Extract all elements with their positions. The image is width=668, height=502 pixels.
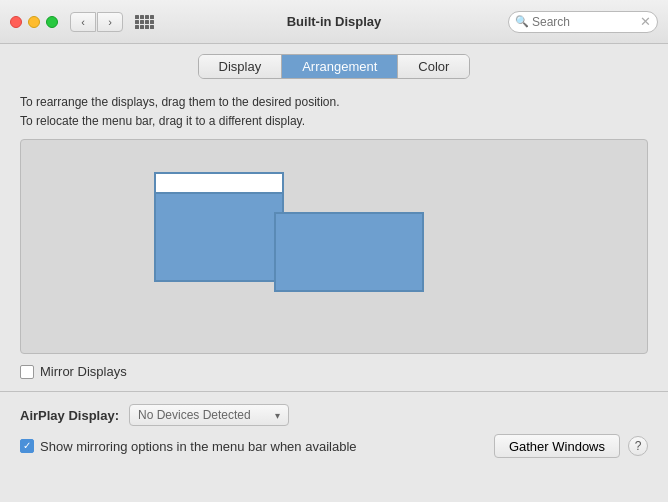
mirror-displays-checkbox[interactable] xyxy=(20,365,34,379)
grid-icon[interactable] xyxy=(135,15,154,29)
apps-icon xyxy=(135,15,154,29)
title-bar: ‹ › Built-in Display 🔍 ✕ xyxy=(0,0,668,44)
search-bar[interactable]: 🔍 ✕ xyxy=(508,11,658,33)
search-icon: 🔍 xyxy=(515,15,529,28)
instructions: To rearrange the displays, drag them to … xyxy=(0,87,668,139)
help-button[interactable]: ? xyxy=(628,436,648,456)
mirror-row: Mirror Displays xyxy=(0,354,668,385)
show-mirroring-row: ✓ Show mirroring options in the menu bar… xyxy=(20,434,648,458)
search-clear-icon[interactable]: ✕ xyxy=(640,14,651,29)
tab-color[interactable]: Color xyxy=(398,55,469,78)
search-input[interactable] xyxy=(532,15,632,29)
airplay-dropdown-value: No Devices Detected xyxy=(138,408,269,422)
gather-windows-button[interactable]: Gather Windows xyxy=(494,434,620,458)
forward-button[interactable]: › xyxy=(97,12,123,32)
nav-buttons: ‹ › xyxy=(70,12,123,32)
tabs-row: Display Arrangement Color xyxy=(0,44,668,87)
back-button[interactable]: ‹ xyxy=(70,12,96,32)
airplay-label: AirPlay Display: xyxy=(20,408,119,423)
minimize-button[interactable] xyxy=(28,16,40,28)
display-block-secondary[interactable] xyxy=(274,212,424,292)
dropdown-arrow-icon: ▾ xyxy=(275,410,280,421)
airplay-dropdown[interactable]: No Devices Detected ▾ xyxy=(129,404,289,426)
close-button[interactable] xyxy=(10,16,22,28)
arrangement-area xyxy=(20,139,648,354)
tab-group: Display Arrangement Color xyxy=(198,54,471,79)
show-mirroring-right: Gather Windows ? xyxy=(494,434,648,458)
traffic-lights xyxy=(10,16,58,28)
menu-bar-indicator xyxy=(154,172,284,192)
show-mirroring-label: Show mirroring options in the menu bar w… xyxy=(40,439,357,454)
divider xyxy=(0,391,668,392)
window-title: Built-in Display xyxy=(287,14,382,29)
show-mirroring-left: ✓ Show mirroring options in the menu bar… xyxy=(20,439,357,454)
mirror-displays-label: Mirror Displays xyxy=(40,364,127,379)
tab-arrangement[interactable]: Arrangement xyxy=(282,55,398,78)
show-mirroring-checkbox[interactable]: ✓ xyxy=(20,439,34,453)
instruction-line2: To relocate the menu bar, drag it to a d… xyxy=(20,112,648,131)
airplay-row: AirPlay Display: No Devices Detected ▾ xyxy=(20,404,648,426)
display-canvas xyxy=(154,172,514,322)
bottom-area: AirPlay Display: No Devices Detected ▾ ✓… xyxy=(0,398,668,464)
tab-display[interactable]: Display xyxy=(199,55,283,78)
checkmark-icon: ✓ xyxy=(23,441,31,451)
display-block-primary[interactable] xyxy=(154,192,284,282)
instruction-line1: To rearrange the displays, drag them to … xyxy=(20,93,648,112)
maximize-button[interactable] xyxy=(46,16,58,28)
